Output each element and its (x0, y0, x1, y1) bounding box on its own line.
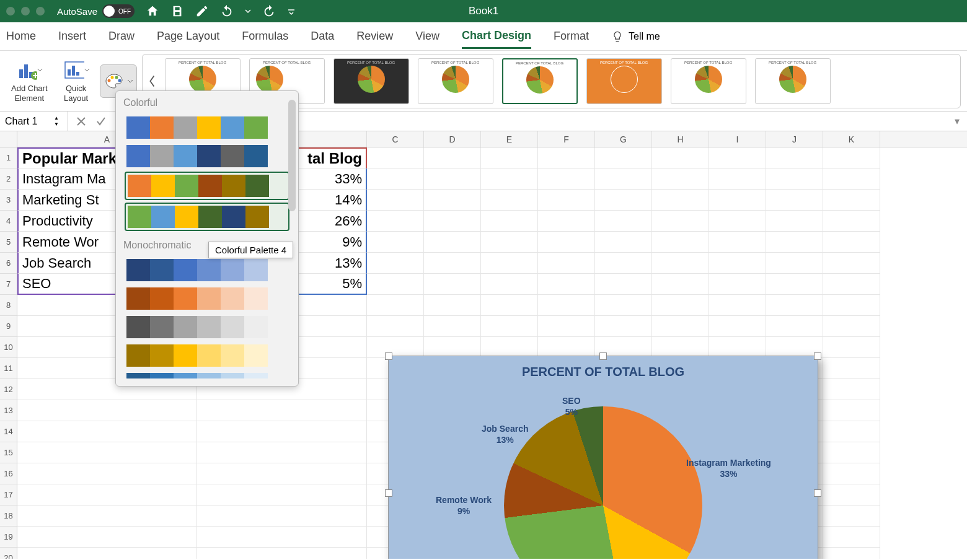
embedded-chart[interactable]: PERCENT OF TOTAL BLOG Instagram Marketin… (388, 356, 818, 559)
add-chart-element-button[interactable]: Add Chart Element (6, 56, 53, 105)
cell[interactable] (595, 190, 652, 211)
tab-view[interactable]: View (415, 25, 439, 48)
tab-formulas[interactable]: Formulas (242, 25, 288, 48)
name-box[interactable]: Chart 1 ▲ ▼ (0, 112, 68, 131)
cell[interactable] (424, 168, 481, 190)
palette-option[interactable] (125, 286, 289, 312)
chevron-down-icon[interactable] (245, 4, 251, 18)
row-header[interactable]: 7 (0, 274, 17, 295)
cell[interactable] (17, 548, 197, 559)
cell[interactable] (197, 548, 367, 559)
cell[interactable] (652, 168, 709, 190)
cell[interactable] (823, 505, 880, 527)
cell[interactable] (538, 211, 595, 232)
cell[interactable] (652, 274, 709, 295)
cell[interactable] (595, 147, 652, 168)
cell[interactable] (481, 337, 538, 358)
palette-option[interactable] (125, 172, 289, 200)
cell[interactable] (367, 168, 424, 190)
cell[interactable] (652, 147, 709, 168)
tab-format[interactable]: Format (554, 25, 589, 48)
cell[interactable] (709, 232, 766, 253)
cell[interactable] (17, 442, 197, 463)
row-header[interactable]: 18 (0, 505, 17, 527)
cell[interactable] (538, 295, 595, 316)
cell[interactable] (197, 421, 367, 442)
cell[interactable] (823, 484, 880, 505)
row-header[interactable]: 11 (0, 358, 17, 379)
cell[interactable] (595, 337, 652, 358)
palette-option[interactable] (125, 257, 289, 283)
cell[interactable] (17, 484, 197, 505)
cell[interactable] (709, 147, 766, 168)
pie-chart[interactable] (504, 406, 702, 559)
row-header[interactable]: 15 (0, 442, 17, 463)
cancel-icon[interactable] (76, 116, 87, 127)
cell[interactable] (538, 190, 595, 211)
cell[interactable] (766, 316, 823, 337)
cell[interactable] (538, 168, 595, 190)
select-all-corner[interactable] (0, 131, 17, 147)
cell[interactable] (424, 211, 481, 232)
row-header[interactable]: 2 (0, 168, 17, 190)
cell[interactable] (709, 295, 766, 316)
cell[interactable] (17, 463, 197, 484)
cell[interactable] (197, 400, 367, 421)
tab-data[interactable]: Data (311, 25, 334, 48)
cell[interactable] (538, 253, 595, 274)
cell[interactable] (823, 400, 880, 421)
tab-page-layout[interactable]: Page Layout (157, 25, 219, 48)
cell[interactable] (424, 274, 481, 295)
tell-me-search[interactable]: Tell me (611, 30, 660, 43)
chart-data-label[interactable]: Job Search13% (482, 423, 528, 445)
save-icon[interactable] (170, 4, 184, 18)
cell[interactable] (481, 147, 538, 168)
cell[interactable] (367, 253, 424, 274)
cell[interactable] (823, 232, 880, 253)
cell[interactable] (652, 232, 709, 253)
col-header-h[interactable]: H (652, 131, 709, 147)
row-header[interactable]: 6 (0, 253, 17, 274)
cell[interactable] (823, 463, 880, 484)
row-header[interactable]: 13 (0, 400, 17, 421)
chart-data-label[interactable]: SEO5% (562, 395, 581, 418)
col-header-d[interactable]: D (424, 131, 481, 147)
cell[interactable] (823, 295, 880, 316)
tab-review[interactable]: Review (356, 25, 393, 48)
cell[interactable] (481, 190, 538, 211)
chart-style-4[interactable]: PERCENT OF TOTAL BLOG (418, 58, 493, 104)
cell[interactable] (367, 337, 424, 358)
row-header[interactable]: 16 (0, 463, 17, 484)
tab-home[interactable]: Home (6, 25, 36, 48)
confirm-icon[interactable] (95, 116, 107, 127)
cell[interactable] (652, 295, 709, 316)
home-icon[interactable] (146, 4, 159, 18)
cell[interactable] (17, 421, 197, 442)
cell[interactable] (17, 527, 197, 548)
col-header-j[interactable]: J (766, 131, 823, 147)
cell[interactable] (538, 316, 595, 337)
cell[interactable] (823, 253, 880, 274)
cell[interactable] (481, 211, 538, 232)
quick-layout-button[interactable]: Quick Layout (58, 56, 95, 105)
cell[interactable] (709, 168, 766, 190)
palette-option[interactable] (125, 203, 289, 231)
cell[interactable] (595, 274, 652, 295)
palette-option[interactable] (125, 143, 289, 169)
cell[interactable] (652, 211, 709, 232)
autosave-toggle[interactable]: OFF (102, 4, 135, 18)
row-header[interactable]: 8 (0, 295, 17, 316)
chart-style-3[interactable]: PERCENT OF TOTAL BLOG (333, 58, 409, 104)
cell[interactable] (481, 232, 538, 253)
cell[interactable] (197, 527, 367, 548)
cell[interactable] (595, 168, 652, 190)
cell[interactable] (652, 190, 709, 211)
cell[interactable] (538, 232, 595, 253)
palette-option[interactable] (125, 115, 289, 141)
tab-chart-design[interactable]: Chart Design (462, 24, 531, 49)
cell[interactable] (197, 463, 367, 484)
cell[interactable] (766, 295, 823, 316)
chart-style-5[interactable]: PERCENT OF TOTAL BLOG (502, 58, 578, 104)
cell[interactable] (367, 190, 424, 211)
cell[interactable] (424, 232, 481, 253)
